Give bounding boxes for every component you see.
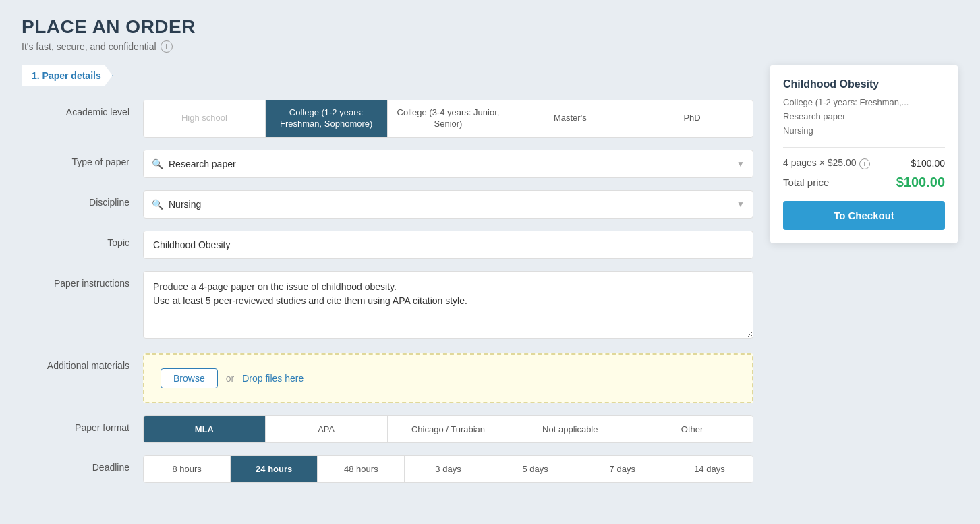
total-label: Total price xyxy=(783,177,829,188)
paper-format-control: MLA APA Chicago / Turabian Not applicabl… xyxy=(143,415,753,443)
page-title: PLACE AN ORDER xyxy=(22,16,958,38)
discipline-label: Discipline xyxy=(22,190,143,208)
search-icon-discipline: 🔍 xyxy=(152,199,163,210)
checkout-button[interactable]: To Checkout xyxy=(783,201,945,230)
topic-label: Topic xyxy=(22,231,143,248)
dl-48h[interactable]: 48 hours xyxy=(318,456,405,482)
main-panel: 1. Paper details Academic level High sch… xyxy=(22,65,753,495)
dl-24h[interactable]: 24 hours xyxy=(231,456,318,482)
btn-masters[interactable]: Master's xyxy=(509,100,631,137)
academic-level-group: High school College (1-2 years: Freshman… xyxy=(143,100,753,138)
pricing-amount: $100.00 xyxy=(911,158,945,169)
dl-5d[interactable]: 5 days xyxy=(492,456,579,482)
total-price: $100.00 xyxy=(896,175,945,190)
topic-input[interactable] xyxy=(143,231,753,259)
dl-14d[interactable]: 14 days xyxy=(666,456,753,482)
main-layout: 1. Paper details Academic level High sch… xyxy=(22,65,958,495)
academic-level-label: Academic level xyxy=(22,100,143,117)
card-divider xyxy=(783,147,945,148)
additional-materials-control: Browse or Drop files here xyxy=(143,353,753,403)
btn-high-school[interactable]: High school xyxy=(144,100,266,137)
discipline-select-wrapper[interactable]: 🔍 Nursing Biology Chemistry ▼ xyxy=(143,190,753,219)
sidebar-card: Childhood Obesity College (1-2 years: Fr… xyxy=(770,65,958,243)
discipline-control: 🔍 Nursing Biology Chemistry ▼ xyxy=(143,190,753,219)
fmt-apa[interactable]: APA xyxy=(266,416,388,442)
dl-3d[interactable]: 3 days xyxy=(405,456,492,482)
dl-8h[interactable]: 8 hours xyxy=(144,456,231,482)
card-pricing-row: 4 pages × $25.00 i $100.00 xyxy=(783,157,945,169)
drop-files-label: Drop files here xyxy=(242,373,304,384)
deadline-control: 8 hours 24 hours 48 hours 3 days 5 days … xyxy=(143,455,753,483)
topic-control xyxy=(143,231,753,259)
fmt-mla[interactable]: MLA xyxy=(144,416,266,442)
pricing-info-icon[interactable]: i xyxy=(859,158,870,169)
additional-materials-label: Additional materials xyxy=(22,353,143,371)
deadline-group: 8 hours 24 hours 48 hours 3 days 5 days … xyxy=(143,455,753,483)
card-meta: College (1-2 years: Freshman,... Researc… xyxy=(783,96,945,138)
browse-button[interactable]: Browse xyxy=(161,368,218,388)
card-title: Childhood Obesity xyxy=(783,78,945,90)
card-total-row: Total price $100.00 xyxy=(783,175,945,190)
search-icon: 🔍 xyxy=(152,158,163,169)
type-of-paper-select-wrapper[interactable]: 🔍 Research paper Essay Term paper ▼ xyxy=(143,150,753,178)
drop-or-label: or xyxy=(226,373,234,384)
paper-instructions-control: Produce a 4-page paper on the issue of c… xyxy=(143,271,753,341)
deadline-row: Deadline 8 hours 24 hours 48 hours 3 day… xyxy=(22,455,753,483)
chevron-down-icon-discipline: ▼ xyxy=(737,200,745,209)
discipline-select[interactable]: Nursing Biology Chemistry xyxy=(169,199,731,210)
discipline-row: Discipline 🔍 Nursing Biology Chemistry ▼ xyxy=(22,190,753,219)
page-header: PLACE AN ORDER It's fast, secure, and co… xyxy=(22,16,958,53)
deadline-label: Deadline xyxy=(22,455,143,473)
btn-college-3-4[interactable]: College (3-4 years: Junior, Senior) xyxy=(388,100,510,137)
fmt-chicago[interactable]: Chicago / Turabian xyxy=(388,416,510,442)
paper-instructions-label: Paper instructions xyxy=(22,271,143,289)
paper-instructions-textarea[interactable]: Produce a 4-page paper on the issue of c… xyxy=(143,271,753,339)
btn-phd[interactable]: PhD xyxy=(631,100,753,137)
pricing-label: 4 pages × $25.00 i xyxy=(783,157,870,169)
fmt-other[interactable]: Other xyxy=(631,416,753,442)
dl-7d[interactable]: 7 days xyxy=(579,456,666,482)
paper-format-row: Paper format MLA APA Chicago / Turabian … xyxy=(22,415,753,443)
info-icon[interactable]: i xyxy=(161,40,173,53)
additional-materials-row: Additional materials Browse or Drop file… xyxy=(22,353,753,403)
btn-college-1-2[interactable]: College (1-2 years: Freshman, Sophomore) xyxy=(266,100,388,137)
form-section: Academic level High school College (1-2 … xyxy=(22,100,753,483)
drop-zone[interactable]: Browse or Drop files here xyxy=(143,353,753,403)
type-of-paper-select[interactable]: Research paper Essay Term paper xyxy=(169,158,731,169)
academic-level-row: Academic level High school College (1-2 … xyxy=(22,100,753,138)
step-header: 1. Paper details xyxy=(22,65,113,86)
chevron-down-icon: ▼ xyxy=(737,159,745,169)
paper-instructions-row: Paper instructions Produce a 4-page pape… xyxy=(22,271,753,341)
card-meta-line3: Nursing xyxy=(783,124,945,138)
fmt-not-applicable[interactable]: Not applicable xyxy=(509,416,631,442)
page-subtitle: It's fast, secure, and confidential i xyxy=(22,40,958,53)
card-meta-line1: College (1-2 years: Freshman,... xyxy=(783,96,945,110)
type-of-paper-label: Type of paper xyxy=(22,150,143,167)
type-of-paper-row: Type of paper 🔍 Research paper Essay Ter… xyxy=(22,150,753,178)
paper-format-label: Paper format xyxy=(22,415,143,433)
card-meta-line2: Research paper xyxy=(783,110,945,124)
paper-format-group: MLA APA Chicago / Turabian Not applicabl… xyxy=(143,415,753,443)
topic-row: Topic xyxy=(22,231,753,259)
academic-level-control: High school College (1-2 years: Freshman… xyxy=(143,100,753,138)
type-of-paper-control: 🔍 Research paper Essay Term paper ▼ xyxy=(143,150,753,178)
